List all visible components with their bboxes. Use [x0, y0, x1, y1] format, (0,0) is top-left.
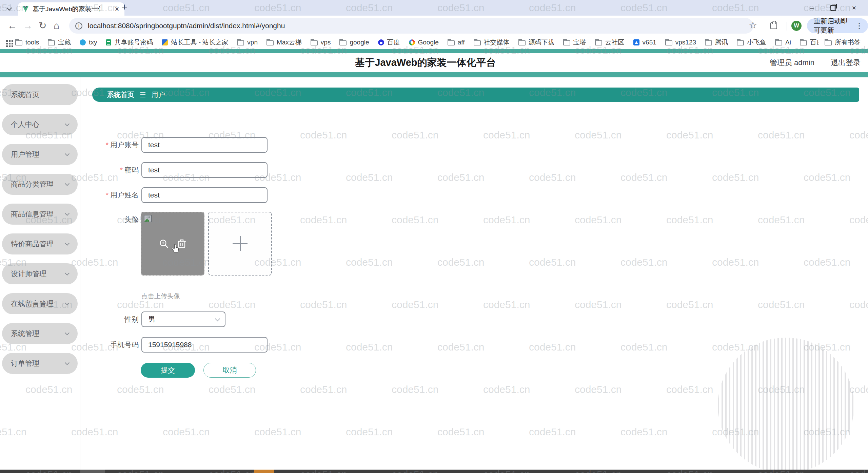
bookmark-label: vps123 — [675, 39, 696, 46]
bookmark-label: 站长工具 - 站长之家 — [171, 38, 228, 47]
sidebar-item[interactable]: 个人中心 — [2, 114, 78, 135]
bookmark-item[interactable]: 云社区 — [595, 38, 625, 47]
bookmark-icon — [474, 40, 481, 45]
sidebar-item[interactable]: 订单管理 — [2, 353, 78, 374]
window-maximize-button[interactable] — [823, 4, 844, 12]
header-top-stripe — [0, 49, 868, 53]
sidebar-item-label: 设计师管理 — [11, 269, 46, 279]
apps-grid-icon[interactable] — [6, 40, 8, 42]
browser-tab[interactable]: 基于JavaWeb的家装一体化平台 — [18, 2, 124, 16]
new-tab-button[interactable] — [121, 1, 127, 13]
logout-link[interactable]: 退出登录 — [831, 58, 861, 68]
phone-label: 手机号码 — [81, 337, 139, 353]
sidebar-item[interactable]: 用户管理 — [2, 144, 78, 165]
sidebar-item-label: 用户管理 — [11, 150, 39, 159]
admin-user-label[interactable]: 管理员 admin — [770, 58, 814, 68]
cancel-button[interactable]: 取消 — [203, 363, 256, 378]
chrome-update-chip[interactable]: 重新启动即可更新 — [807, 18, 868, 33]
tab-close-icon[interactable] — [114, 6, 120, 13]
bookmark-item[interactable]: 小飞鱼 — [737, 38, 766, 47]
browser-menu-icon[interactable] — [855, 22, 863, 29]
sidebar-item[interactable]: 特价商品管理 — [2, 233, 78, 254]
bookmark-item[interactable]: 社交媒体 — [474, 38, 510, 47]
bookmark-item[interactable]: Google — [409, 39, 439, 46]
bookmark-item[interactable]: Ai — [775, 39, 791, 46]
site-info-icon[interactable] — [75, 22, 82, 30]
striped-circle-decoration — [718, 338, 854, 473]
chevron-down-icon — [65, 181, 70, 186]
sidebar-item[interactable]: 设计师管理 — [2, 263, 78, 284]
bookmark-item[interactable]: 站长工具 - 站长之家 — [162, 38, 228, 47]
avatar-upload-box[interactable] — [208, 212, 272, 276]
submit-button[interactable]: 提交 — [141, 363, 195, 378]
bookmark-item[interactable]: txy — [80, 39, 97, 46]
back-button[interactable] — [7, 20, 17, 31]
bookmark-icon — [775, 40, 782, 45]
bookmark-icon — [800, 40, 807, 45]
chevron-down-icon — [65, 151, 70, 156]
breadcrumb-home[interactable]: 系统首页 — [107, 90, 134, 99]
bookmark-item[interactable]: google — [339, 39, 369, 46]
plus-icon — [233, 236, 248, 251]
bookmark-icon — [409, 39, 415, 45]
bookmark-label: 宝塔 — [573, 38, 586, 47]
zoom-preview-icon[interactable] — [159, 239, 169, 249]
forward-button[interactable] — [23, 20, 33, 31]
bookmark-icon — [448, 40, 455, 45]
sidebar-item-label: 商品分类管理 — [11, 179, 54, 189]
sidebar-item[interactable]: 在线留言管理 — [2, 293, 78, 314]
password-input[interactable] — [141, 162, 268, 178]
sidebar-item[interactable]: 商品信息管理 — [2, 204, 78, 225]
bookmark-item[interactable]: 共享账号密码 — [106, 38, 153, 47]
profile-avatar[interactable]: W — [791, 21, 802, 31]
bookmark-item[interactable]: vps — [311, 39, 331, 46]
bookmark-label: txy — [89, 39, 97, 46]
bookmark-item[interactable]: aff — [448, 39, 465, 46]
bookmark-item[interactable]: v651 — [633, 39, 656, 46]
required-mark: * — [106, 141, 108, 149]
bookmark-icon — [633, 39, 639, 45]
bookmark-item[interactable]: 腾讯 — [705, 38, 728, 47]
bookmark-icon — [737, 40, 744, 45]
window-close-button[interactable] — [844, 4, 865, 12]
chevron-down-icon — [65, 241, 70, 246]
bookmark-label: aff — [458, 39, 465, 46]
sidebar-item[interactable]: 系统管理 — [2, 323, 78, 344]
tab-search-chevron-icon[interactable] — [7, 5, 12, 10]
account-label: *用户账号 — [81, 137, 139, 153]
bookmark-item[interactable]: 源码下载 — [518, 38, 554, 47]
browser-nav-bar: localhost:8080/springbootguptn/admin/dis… — [0, 16, 868, 36]
home-button[interactable] — [54, 20, 59, 31]
sidebar-item[interactable]: 系统首页 — [2, 84, 78, 105]
upload-hint: 点击上传头像 — [141, 292, 180, 301]
avatar-label: 头像 — [81, 212, 139, 227]
bookmark-icon — [15, 40, 22, 45]
reload-button[interactable] — [39, 20, 46, 31]
bookmark-item[interactable]: 百度 — [378, 38, 400, 47]
account-input[interactable] — [141, 137, 268, 153]
url-bar[interactable]: localhost:8080/springbootguptn/admin/dis… — [69, 18, 753, 34]
bookmark-item[interactable]: Max云梯 — [267, 38, 302, 47]
bookmark-item[interactable]: vpn — [237, 39, 258, 46]
taskbar-edge-gray-segment — [80, 470, 105, 473]
bookmark-icon — [267, 40, 274, 45]
window-minimize-button[interactable] — [802, 4, 823, 12]
bookmark-label: 腾讯 — [715, 38, 728, 47]
sidebar-item[interactable]: 商品分类管理 — [2, 174, 78, 195]
avatar-preview-box[interactable] — [141, 212, 204, 276]
bookmark-star-icon[interactable] — [749, 20, 757, 31]
sidebar: 系统首页 个人中心 用户管理 商品分类管理 商品信息管理 — [0, 77, 80, 470]
bookmark-item[interactable]: tools — [15, 39, 39, 46]
phone-input[interactable] — [141, 337, 268, 353]
bookmark-item[interactable]: 宝塔 — [563, 38, 586, 47]
bookmark-item[interactable]: 宝藏 — [48, 38, 71, 47]
chevron-down-icon — [65, 330, 70, 335]
extensions-icon[interactable] — [770, 22, 777, 29]
all-bookmarks-button[interactable]: 所有书签 — [819, 36, 868, 49]
gender-select[interactable]: 男 — [141, 311, 225, 327]
name-input[interactable] — [141, 187, 268, 203]
bookmark-icon — [237, 40, 244, 45]
chevron-down-icon — [65, 301, 70, 305]
bookmark-item[interactable]: vps123 — [665, 39, 696, 46]
bookmark-label: Google — [418, 39, 439, 46]
